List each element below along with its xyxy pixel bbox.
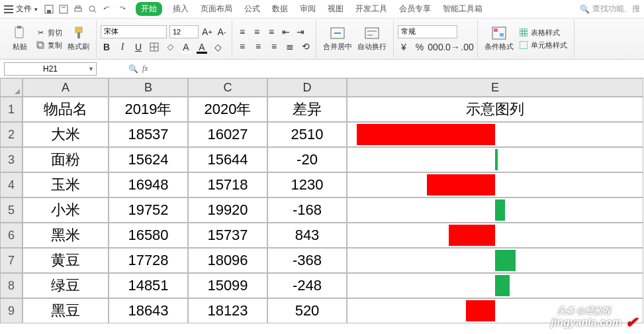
cell-bar[interactable] (347, 248, 643, 273)
cell[interactable]: 1230 (267, 172, 347, 197)
menu-icon[interactable] (4, 5, 13, 13)
cell-bar[interactable] (347, 273, 643, 298)
name-box[interactable]: H21 ▼ (4, 62, 97, 76)
underline-button[interactable]: U (132, 41, 144, 53)
file-menu[interactable]: 文件 (16, 3, 32, 15)
cell-bar[interactable] (347, 172, 643, 197)
tab-page-layout[interactable]: 页面布局 (199, 2, 234, 16)
cell-bar[interactable] (347, 147, 643, 172)
col-header-e[interactable]: E (347, 78, 643, 97)
cell[interactable]: 19920 (188, 197, 267, 223)
cell[interactable]: 黑豆 (23, 298, 109, 323)
align-bottom-icon[interactable]: ≡ (265, 26, 277, 38)
font-name-select[interactable] (101, 25, 167, 38)
font-color-button[interactable]: A (196, 41, 208, 53)
row-header[interactable]: 6 (0, 223, 23, 248)
cell[interactable]: 绿豆 (23, 273, 109, 298)
cut-button[interactable]: ✂剪切 (36, 28, 62, 38)
print-icon[interactable] (73, 5, 83, 14)
bold-button[interactable]: B (101, 41, 113, 53)
tab-developer[interactable]: 开发工具 (354, 2, 389, 16)
fx-icon[interactable]: fx (142, 64, 148, 74)
cell-bar[interactable] (347, 223, 643, 248)
cell[interactable]: 18643 (109, 298, 188, 323)
tab-view[interactable]: 视图 (326, 2, 345, 16)
align-middle-icon[interactable]: ≡ (251, 26, 263, 38)
table-style-button[interactable]: 表格样式 (519, 28, 567, 38)
cell[interactable]: -368 (267, 248, 347, 273)
cell-d1[interactable]: 差异 (267, 97, 347, 122)
col-header-c[interactable]: C (188, 78, 267, 97)
cell[interactable]: 16027 (188, 122, 267, 147)
cell[interactable]: 15644 (188, 147, 267, 172)
row-header[interactable]: 7 (0, 248, 23, 273)
border-button[interactable] (148, 41, 160, 53)
redo-icon[interactable] (117, 5, 126, 14)
percent-icon[interactable]: % (414, 41, 426, 53)
col-header-b[interactable]: B (109, 78, 188, 97)
increase-decimal-icon[interactable]: .0→ (445, 41, 457, 53)
cell[interactable]: 16948 (109, 172, 188, 197)
tab-member[interactable]: 会员专享 (398, 2, 432, 16)
row-header[interactable]: 9 (0, 298, 23, 323)
cell[interactable]: -20 (267, 147, 347, 172)
cell[interactable]: 843 (267, 223, 347, 248)
cell[interactable]: 17728 (109, 248, 188, 273)
col-header-a[interactable]: A (23, 78, 109, 97)
file-dropdown-icon[interactable]: ▾ (34, 6, 38, 13)
save-as-icon[interactable] (59, 5, 68, 14)
row-header[interactable]: 4 (0, 172, 23, 197)
cell-b1[interactable]: 2019年 (109, 97, 188, 122)
cell[interactable]: -248 (267, 273, 347, 298)
row-header[interactable]: 3 (0, 147, 23, 172)
tab-start[interactable]: 开始 (136, 2, 162, 16)
decrease-font-icon[interactable]: A- (216, 26, 228, 38)
search-box[interactable]: 🔍 查找功能、搜 (580, 3, 640, 15)
clear-format-button[interactable]: ◇ (212, 41, 224, 53)
align-top-icon[interactable]: ≡ (236, 26, 248, 38)
cell[interactable]: 15737 (188, 223, 267, 248)
currency-icon[interactable]: ¥ (398, 41, 410, 53)
increase-font-icon[interactable]: A+ (201, 26, 213, 38)
cell-c1[interactable]: 2020年 (188, 97, 267, 122)
justify-icon[interactable]: ≣ (284, 40, 296, 52)
cell[interactable]: 520 (267, 298, 347, 323)
conditional-format-button[interactable]: 条件格式 (482, 21, 516, 56)
tab-data[interactable]: 数据 (271, 2, 289, 16)
cell-bar[interactable] (347, 122, 643, 147)
cell[interactable]: -168 (267, 197, 347, 223)
cell[interactable]: 玉米 (23, 172, 109, 197)
decrease-decimal-icon[interactable]: .00 (461, 41, 473, 53)
paste-button[interactable]: 粘贴 (7, 21, 33, 56)
function-search-icon[interactable]: 🔍 (128, 64, 138, 74)
cell[interactable]: 15099 (188, 273, 267, 298)
indent-increase-icon[interactable]: ⇥ (295, 26, 306, 38)
wrap-text-button[interactable]: 自动换行 (355, 21, 389, 56)
indent-decrease-icon[interactable]: ⇤ (280, 26, 292, 38)
cell[interactable]: 16580 (109, 223, 188, 248)
cell[interactable]: 黑米 (23, 223, 109, 248)
cell[interactable]: 18096 (188, 248, 267, 273)
cell[interactable]: 2510 (267, 122, 347, 147)
tab-smart-tools[interactable]: 智能工具箱 (441, 2, 484, 16)
highlight-color-button[interactable]: A (180, 41, 192, 53)
tab-review[interactable]: 审阅 (299, 2, 317, 16)
namebox-dropdown-icon[interactable]: ▼ (88, 66, 94, 72)
print-preview-icon[interactable] (88, 5, 97, 14)
font-size-select[interactable] (169, 25, 199, 38)
row-header[interactable]: 5 (0, 197, 23, 223)
align-center-icon[interactable]: ≡ (252, 40, 264, 52)
row-header-1[interactable]: 1 (0, 97, 23, 122)
cell[interactable]: 14851 (109, 273, 188, 298)
align-left-icon[interactable]: ≡ (236, 40, 248, 52)
align-right-icon[interactable]: ≡ (268, 40, 280, 52)
tab-formulas[interactable]: 公式 (243, 2, 261, 16)
cell-style-button[interactable]: 单元格样式 (519, 40, 567, 50)
orientation-icon[interactable]: ⟲ (300, 40, 312, 52)
save-icon[interactable] (44, 5, 54, 14)
thousands-icon[interactable]: 000 (430, 41, 441, 53)
undo-icon[interactable] (103, 5, 112, 14)
cell[interactable]: 15718 (188, 172, 267, 197)
italic-button[interactable]: I (116, 41, 128, 53)
row-header[interactable]: 2 (0, 122, 23, 147)
